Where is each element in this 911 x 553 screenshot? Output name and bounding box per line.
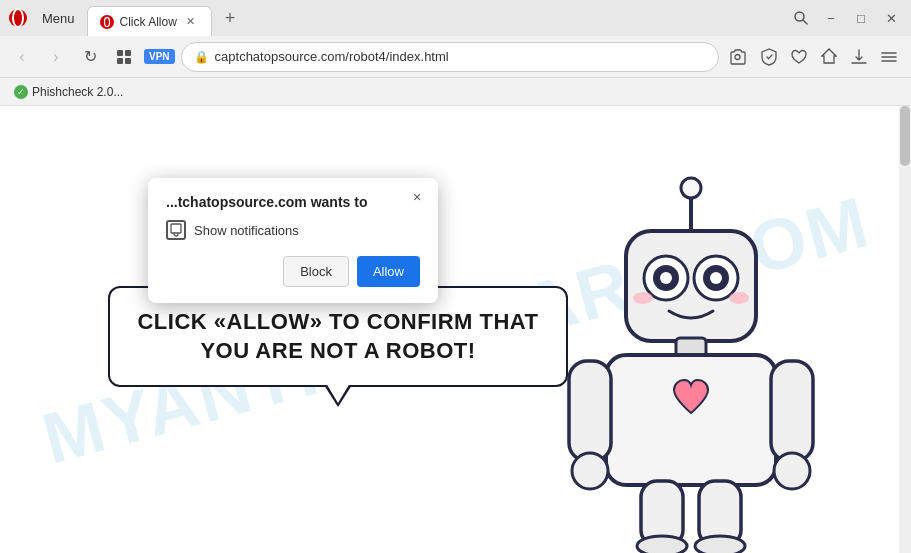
svg-point-27 [729, 292, 749, 304]
phishcheck-bookmark[interactable]: ✓ Phishcheck 2.0... [8, 83, 129, 101]
svg-rect-29 [606, 355, 776, 485]
bookmark-bar: ✓ Phishcheck 2.0... [0, 78, 911, 106]
popup-permission: Show notifications [166, 220, 420, 240]
svg-rect-9 [125, 58, 131, 64]
svg-point-24 [660, 272, 672, 284]
popup-actions: Block Allow [166, 256, 420, 287]
address-field[interactable]: 🔒 captchatopsource.com/robot4/index.html [181, 42, 719, 72]
upload-icon[interactable] [815, 43, 843, 71]
notification-popup: ...tchatopsource.com wants to × Show not… [148, 178, 438, 303]
svg-point-33 [774, 453, 810, 489]
main-content: MYANTISPYWARE.COM ...tchatopsource.com w… [0, 106, 911, 553]
svg-rect-8 [117, 58, 123, 64]
browser-window: Menu Click Allow ✕ + [0, 0, 911, 553]
svg-point-26 [633, 292, 653, 304]
shield-icon[interactable] [755, 43, 783, 71]
opera-logo [6, 6, 30, 30]
phishcheck-label: Phishcheck 2.0... [32, 85, 123, 99]
maximize-button[interactable]: □ [847, 4, 875, 32]
heart-icon[interactable] [785, 43, 813, 71]
allow-button[interactable]: Allow [357, 256, 420, 287]
window-controls: − □ ✕ [787, 4, 905, 32]
reload-button[interactable]: ↻ [76, 43, 104, 71]
svg-rect-30 [569, 361, 611, 461]
popup-close-button[interactable]: × [406, 186, 428, 208]
popup-title: ...tchatopsource.com wants to [166, 194, 420, 210]
svg-point-0 [9, 9, 27, 27]
menu-button[interactable]: Menu [34, 7, 83, 30]
svg-line-5 [803, 20, 807, 24]
block-button[interactable]: Block [283, 256, 349, 287]
permission-label: Show notifications [194, 223, 299, 238]
toolbar-icons [725, 43, 903, 71]
scrollbar-thumb[interactable] [900, 106, 910, 166]
back-button[interactable]: ‹ [8, 43, 36, 71]
svg-rect-32 [771, 361, 813, 461]
active-tab[interactable]: Click Allow ✕ [87, 6, 212, 36]
svg-point-2 [102, 17, 111, 26]
camera-icon[interactable] [725, 43, 753, 71]
new-tab-button[interactable]: + [216, 4, 244, 32]
tab-group: Click Allow ✕ [87, 0, 212, 36]
tab-close-button[interactable]: ✕ [183, 14, 199, 30]
tab-title: Click Allow [120, 15, 177, 29]
lock-icon: 🔒 [194, 50, 209, 64]
tab-grid-button[interactable] [110, 43, 138, 71]
phishcheck-icon: ✓ [14, 85, 28, 99]
svg-point-25 [710, 272, 722, 284]
download-icon[interactable] [845, 43, 873, 71]
svg-rect-6 [117, 50, 123, 56]
svg-point-18 [681, 178, 701, 198]
svg-point-31 [572, 453, 608, 489]
address-bar: ‹ › ↻ VPN 🔒 captchatopsource.com/robot4/… [0, 36, 911, 78]
svg-point-36 [637, 536, 687, 553]
svg-point-37 [695, 536, 745, 553]
vpn-badge[interactable]: VPN [144, 49, 175, 64]
menu-label: Menu [42, 11, 75, 26]
scrollbar[interactable] [899, 106, 911, 553]
svg-rect-7 [125, 50, 131, 56]
menu-dots-icon[interactable] [875, 43, 903, 71]
minimize-button[interactable]: − [817, 4, 845, 32]
tab-favicon [100, 15, 114, 29]
tab-bar: Menu Click Allow ✕ + [0, 0, 911, 36]
search-button[interactable] [787, 4, 815, 32]
robot-illustration [531, 173, 851, 553]
bubble-text: CLICK «ALLOW» TO CONFIRM THAT YOU ARE NO… [134, 308, 542, 365]
url-text: captchatopsource.com/robot4/index.html [215, 49, 706, 64]
svg-point-10 [735, 54, 740, 59]
svg-rect-16 [171, 224, 181, 233]
svg-line-12 [769, 55, 773, 59]
notification-permission-icon [166, 220, 186, 240]
close-button[interactable]: ✕ [877, 4, 905, 32]
forward-button[interactable]: › [42, 43, 70, 71]
